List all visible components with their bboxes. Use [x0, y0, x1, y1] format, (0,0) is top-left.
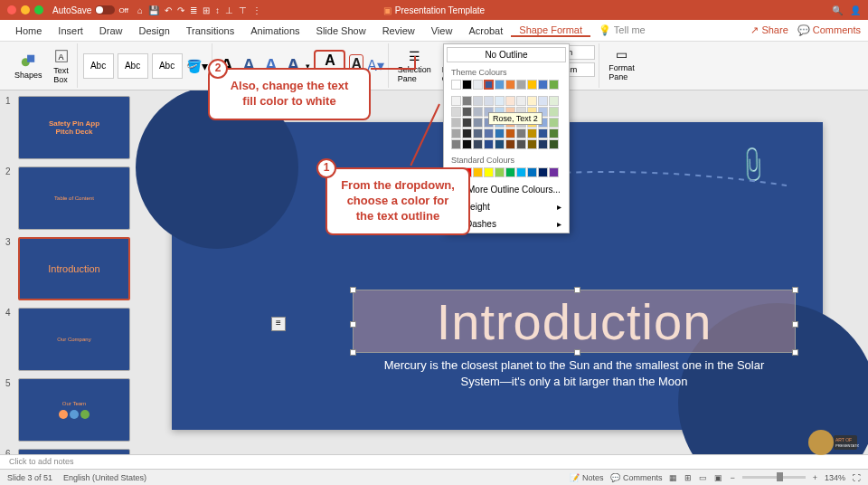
theme-color[interactable]: [484, 80, 494, 90]
shade-color[interactable]: [527, 139, 537, 149]
theme-color[interactable]: [516, 80, 526, 90]
shade-color[interactable]: [451, 96, 461, 106]
shade-color[interactable]: [505, 139, 515, 149]
shape-style-3[interactable]: Abc: [152, 53, 183, 79]
shade-color[interactable]: [462, 139, 472, 149]
shape-fill-icon[interactable]: 🪣▾: [186, 59, 208, 73]
tab-review[interactable]: Review: [374, 25, 423, 36]
shade-color[interactable]: [462, 128, 472, 138]
user-icon[interactable]: 👤: [850, 5, 861, 15]
shade-color[interactable]: [538, 96, 548, 106]
comments-button[interactable]: 💬 Comments: [797, 24, 861, 36]
standard-color[interactable]: [527, 167, 537, 177]
zoom-slider[interactable]: [742, 476, 806, 479]
share-button[interactable]: ↗ Share: [750, 24, 788, 36]
tab-insert[interactable]: Insert: [50, 25, 91, 36]
theme-color[interactable]: [462, 80, 472, 90]
shade-color[interactable]: [473, 107, 483, 117]
shape-style-2[interactable]: Abc: [118, 53, 148, 79]
shapes-button[interactable]: Shapes: [11, 51, 46, 81]
shade-color[interactable]: [484, 96, 494, 106]
theme-color[interactable]: [538, 80, 548, 90]
shade-color[interactable]: [516, 128, 526, 138]
shade-color[interactable]: [527, 128, 537, 138]
quick-access-toolbar[interactable]: ⌂💾↶↷≣⊞↕⊥⊤⋮: [137, 5, 261, 15]
zoom-in[interactable]: +: [813, 473, 817, 482]
title-textbox[interactable]: Introduction: [353, 290, 796, 353]
theme-color[interactable]: [473, 80, 483, 90]
shade-color[interactable]: [462, 107, 472, 117]
zoom-level[interactable]: 134%: [825, 473, 845, 482]
view-slideshow-icon[interactable]: ▣: [714, 473, 722, 482]
shade-color[interactable]: [484, 128, 494, 138]
window-controls[interactable]: [7, 5, 43, 14]
notes-toggle[interactable]: 📝 Notes: [570, 473, 603, 482]
shade-color[interactable]: [473, 96, 483, 106]
thumbnail-6[interactable]: 01: [18, 449, 130, 454]
theme-color[interactable]: [495, 80, 505, 90]
shade-color[interactable]: [516, 96, 526, 106]
tab-home[interactable]: Home: [7, 25, 50, 36]
standard-color[interactable]: [484, 167, 494, 177]
shade-color[interactable]: [495, 128, 505, 138]
standard-color[interactable]: [538, 167, 548, 177]
shade-color[interactable]: [505, 128, 515, 138]
autosave-toggle[interactable]: AutoSaveOff: [52, 5, 128, 15]
shade-color[interactable]: [549, 139, 559, 149]
tab-design[interactable]: Design: [131, 25, 178, 36]
shade-color[interactable]: [505, 96, 515, 106]
shade-color[interactable]: [549, 128, 559, 138]
shade-color[interactable]: [462, 118, 472, 128]
tell-me[interactable]: 💡 Tell me: [590, 24, 654, 36]
standard-color[interactable]: [505, 167, 515, 177]
view-reading-icon[interactable]: ▭: [699, 473, 707, 482]
shade-color[interactable]: [495, 96, 505, 106]
theme-color[interactable]: [505, 80, 515, 90]
tab-shape-format[interactable]: Shape Format: [511, 24, 590, 37]
shade-color[interactable]: [527, 96, 537, 106]
shade-color[interactable]: [473, 118, 483, 128]
thumbnail-1[interactable]: Safety Pin App Pitch Deck: [18, 96, 130, 159]
shade-color[interactable]: [516, 139, 526, 149]
tab-acrobat[interactable]: Acrobat: [460, 25, 511, 36]
comments-toggle[interactable]: 💬 Comments: [610, 473, 662, 482]
theme-color[interactable]: [451, 80, 461, 90]
standard-color[interactable]: [516, 167, 526, 177]
view-normal-icon[interactable]: ▦: [669, 473, 677, 482]
standard-color[interactable]: [495, 167, 505, 177]
tab-draw[interactable]: Draw: [91, 25, 131, 36]
shade-color[interactable]: [538, 128, 548, 138]
theme-color[interactable]: [527, 80, 537, 90]
shade-color[interactable]: [484, 139, 494, 149]
notes-pane[interactable]: Click to add notes: [0, 454, 868, 469]
shade-color[interactable]: [549, 96, 559, 106]
format-pane-button[interactable]: ▭Format Pane: [605, 45, 638, 83]
standard-color[interactable]: [549, 167, 559, 177]
shape-style-1[interactable]: Abc: [83, 53, 114, 79]
shade-color[interactable]: [549, 107, 559, 117]
text-align-handle[interactable]: ≡: [271, 317, 286, 331]
tab-transitions[interactable]: Transitions: [178, 25, 242, 36]
thumbnail-3[interactable]: Introduction: [18, 237, 130, 300]
thumbnail-2[interactable]: Table of Content: [18, 166, 130, 230]
zoom-out[interactable]: −: [730, 473, 734, 482]
shade-color[interactable]: [473, 139, 483, 149]
standard-color[interactable]: [473, 167, 483, 177]
tab-view[interactable]: View: [423, 25, 461, 36]
theme-color[interactable]: [549, 80, 559, 90]
thumbnail-5[interactable]: Our Team: [18, 378, 130, 442]
shade-color[interactable]: [495, 139, 505, 149]
shade-color[interactable]: [549, 118, 559, 128]
no-outline-option[interactable]: No Outline: [447, 47, 566, 62]
shade-color[interactable]: [451, 128, 461, 138]
shade-color[interactable]: [538, 139, 548, 149]
shade-color[interactable]: [451, 139, 461, 149]
thumbnail-4[interactable]: Our Company: [18, 308, 130, 371]
textbox-button[interactable]: AText Box: [50, 46, 73, 86]
shade-color[interactable]: [451, 118, 461, 128]
language[interactable]: English (United States): [63, 473, 146, 482]
fit-icon[interactable]: ⛶: [853, 473, 861, 482]
tab-slideshow[interactable]: Slide Show: [308, 25, 374, 36]
shade-color[interactable]: [473, 128, 483, 138]
tab-animations[interactable]: Animations: [242, 25, 307, 36]
